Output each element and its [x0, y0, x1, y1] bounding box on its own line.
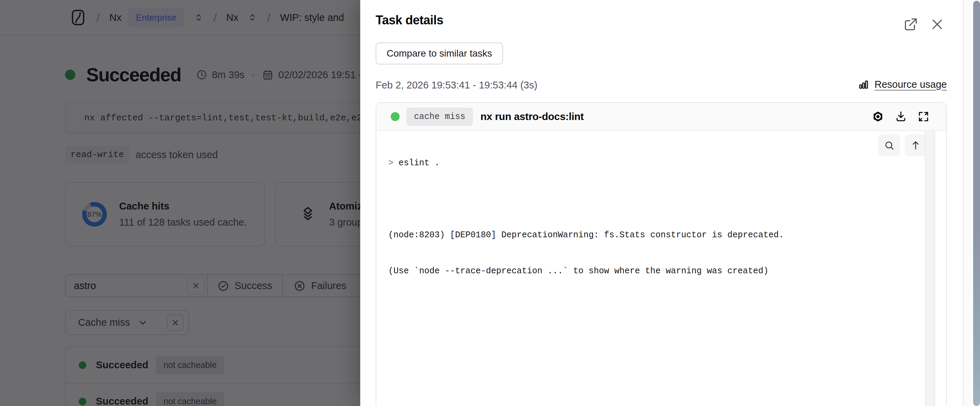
task-name: nx run astro-docs:lint [480, 111, 584, 122]
expand-icon[interactable] [917, 110, 930, 123]
compare-similar-tasks-button[interactable]: Compare to similar tasks [375, 43, 503, 64]
status-dot-green [391, 112, 399, 121]
terminal-line: (Use `node --trace-deprecation ...` to s… [388, 265, 784, 277]
terminal-line: eslint . [399, 158, 440, 168]
cache-miss-badge: cache miss [406, 108, 473, 126]
resource-usage-label: Resource usage [875, 79, 947, 90]
terminal-scrollbar-track[interactable] [925, 131, 935, 406]
terminal-line [388, 193, 784, 205]
drawer-title: Task details [375, 13, 443, 27]
close-icon[interactable] [929, 16, 945, 32]
task-details-drawer: Task details Compare to similar tasks Fe… [360, 0, 980, 406]
task-time-range: Feb 2, 2026 19:53:41 - 19:53:44 (3s) [375, 80, 537, 91]
task-output-header: cache miss nx run astro-docs:lint [376, 103, 946, 131]
bar-chart-icon [858, 78, 870, 91]
terminal-line: > [388, 158, 393, 168]
open-in-new-icon[interactable] [903, 16, 919, 32]
terminal-scroll-top-button[interactable] [905, 134, 927, 157]
app-screen: / Nx Enterprise / Nx / WIP: style and Su… [0, 0, 980, 406]
terminal-search-button[interactable] [878, 134, 900, 157]
terminal-output: > eslint . (node:8203) [DEP0180] Depreca… [388, 133, 784, 301]
window-scrollbar-thumb[interactable] [973, 1, 980, 406]
resource-usage-link[interactable]: Resource usage [858, 78, 947, 91]
task-output-card: cache miss nx run astro-docs:lint [375, 102, 947, 406]
terminal-line: (node:8203) [DEP0180] DeprecationWarning… [388, 229, 784, 241]
download-icon[interactable] [895, 110, 907, 123]
eye-icon[interactable] [872, 110, 885, 123]
